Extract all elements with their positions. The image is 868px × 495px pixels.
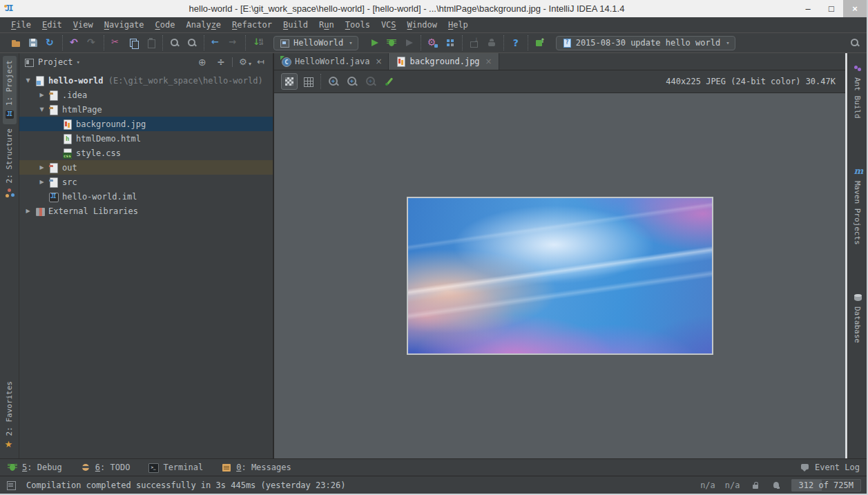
package-download-button[interactable] [467, 35, 482, 50]
debug-button[interactable] [384, 35, 399, 50]
tree-item-out-folder[interactable]: out [19, 160, 273, 175]
menu-file[interactable]: File [6, 19, 37, 31]
menu-view[interactable]: View [68, 19, 99, 31]
panel-icon [23, 57, 35, 68]
toolwindow-button-database[interactable]: Database [851, 288, 865, 387]
redo-button[interactable] [84, 35, 99, 50]
menu-tools[interactable]: Tools [340, 19, 376, 31]
forward-button[interactable] [226, 35, 241, 50]
tab-helloworld-java[interactable]: HelloWorld.java × [274, 53, 389, 70]
tree-item-hello-world-root[interactable]: hello-world (E:\git_work_space\hello-wor… [19, 73, 273, 88]
vcs-commit-message-combo[interactable]: 2015-08-30 update hello world ▾ [556, 36, 735, 50]
memory-indicator[interactable]: 312 of 725M [791, 479, 861, 492]
android-robot-button[interactable] [484, 35, 499, 50]
toolwindow-button-terminal[interactable]: Terminal [148, 462, 203, 473]
hector-inspector-icon[interactable] [771, 480, 782, 491]
menu-window[interactable]: Window [402, 19, 443, 31]
toolwindow-button-todo[interactable]: 6: TODO [80, 462, 131, 473]
status-meta-2: n/a [725, 481, 740, 490]
replace-button[interactable] [184, 35, 200, 50]
image-file-icon [61, 119, 73, 130]
undo-button[interactable] [67, 35, 82, 50]
settings-button[interactable] [425, 35, 441, 50]
zoom-in-button[interactable] [325, 73, 342, 90]
back-button[interactable] [209, 35, 224, 50]
maximize-button[interactable]: □ [820, 0, 843, 17]
close-icon[interactable]: × [485, 57, 492, 66]
menu-vcs[interactable]: VCS [376, 19, 402, 31]
color-picker-button[interactable] [381, 73, 398, 90]
menu-build[interactable]: Build [278, 19, 314, 31]
close-icon[interactable]: × [375, 57, 382, 66]
minimize-button[interactable]: – [796, 0, 820, 17]
toolwindow-button-maven-projects[interactable]: Maven Projects [851, 162, 865, 289]
paste-button[interactable] [143, 35, 158, 50]
menu-refactor[interactable]: Refactor [226, 19, 278, 31]
menu-navigate[interactable]: Navigate [99, 19, 150, 31]
viewer-toolbar-group [320, 74, 402, 89]
panel-title: Project [38, 57, 73, 67]
tree-expand-arrow[interactable] [22, 77, 34, 84]
lock-icon[interactable] [750, 480, 761, 491]
tree-item-style-css[interactable]: style.css [19, 146, 273, 160]
search-everywhere-button[interactable] [847, 35, 862, 50]
coverage-icon [403, 37, 414, 48]
tree-expand-arrow[interactable] [22, 208, 34, 214]
grid-lines-button[interactable] [300, 73, 316, 90]
tree-item-htmlpage-folder[interactable]: htmlPage [19, 102, 273, 117]
toolwindow-button-event-log[interactable]: Event Log [800, 462, 860, 473]
tree-expand-arrow[interactable] [36, 92, 48, 98]
project-structure-button[interactable] [443, 35, 458, 50]
menu-analyze[interactable]: Analyze [181, 19, 227, 31]
run-configuration-combo[interactable]: HelloWorld ▾ [273, 36, 358, 50]
menu-code[interactable]: Code [150, 19, 181, 31]
open-button[interactable] [8, 35, 23, 50]
tree-item-htmldemo-html[interactable]: htmlDemo.html [19, 131, 273, 146]
chevron-down-icon[interactable]: ▾ [77, 59, 80, 66]
cut-button[interactable] [108, 35, 124, 50]
zoom-out-button[interactable] [344, 73, 360, 90]
run-with-coverage-button[interactable] [401, 35, 416, 50]
toolwindow-button-structure[interactable]: 2: Structure [3, 124, 17, 202]
run-config-icon [279, 37, 290, 48]
close-button[interactable]: × [843, 0, 867, 17]
synchronize-button[interactable] [43, 35, 58, 50]
toolwindow-button-messages[interactable]: 0: Messages [221, 462, 291, 473]
tree-expand-arrow[interactable] [36, 179, 48, 185]
save-all-button[interactable] [26, 35, 41, 50]
tree-item-hello-world-iml[interactable]: hello-world.iml [19, 189, 273, 204]
scroll-to-source-button[interactable] [196, 55, 210, 69]
menu-run[interactable]: Run [314, 19, 340, 31]
locate-icon [197, 57, 209, 68]
vcs-update-button[interactable] [250, 35, 265, 50]
panel-settings-button[interactable] [238, 55, 251, 69]
copy-button[interactable] [126, 35, 141, 50]
find-button[interactable] [167, 35, 182, 50]
status-bar: Compilation completed successfully in 3s… [0, 476, 867, 494]
transparency-chessboard-button[interactable] [281, 73, 298, 90]
tree-item-external-libraries[interactable]: External Libraries [19, 204, 273, 218]
maven-icon [852, 166, 863, 177]
toolwindow-button-debug[interactable]: 5: Debug [7, 462, 62, 473]
hide-panel-button[interactable] [255, 55, 269, 69]
tree-item-label: htmlDemo.html [76, 134, 141, 144]
actual-size-button[interactable] [363, 73, 379, 90]
tree-item-idea-folder[interactable]: .idea [19, 88, 273, 102]
toolwindow-toggle-icon[interactable] [6, 480, 17, 491]
tree-item-src-folder[interactable]: src [19, 175, 273, 189]
tree-expand-arrow[interactable] [36, 106, 48, 113]
tree-item-background-jpg[interactable]: background.jpg [19, 117, 273, 131]
toolwindow-button-project[interactable]: 1: Project [3, 56, 17, 124]
menu-edit[interactable]: Edit [37, 19, 68, 31]
module-icon [48, 191, 59, 202]
toolbar-group [245, 35, 269, 50]
collapse-all-button[interactable] [213, 55, 227, 69]
tab-background-jpg[interactable]: background.jpg × [389, 53, 499, 70]
run-button[interactable] [367, 35, 382, 50]
menu-help[interactable]: Help [443, 19, 474, 31]
tree-expand-arrow[interactable] [36, 164, 48, 171]
toolwindow-button-ant-build[interactable]: Ant Build [851, 59, 865, 162]
help-button[interactable] [508, 35, 523, 50]
toolwindow-button-favorites[interactable]: 2: Favorites [3, 377, 17, 454]
upload-button[interactable] [532, 35, 548, 50]
